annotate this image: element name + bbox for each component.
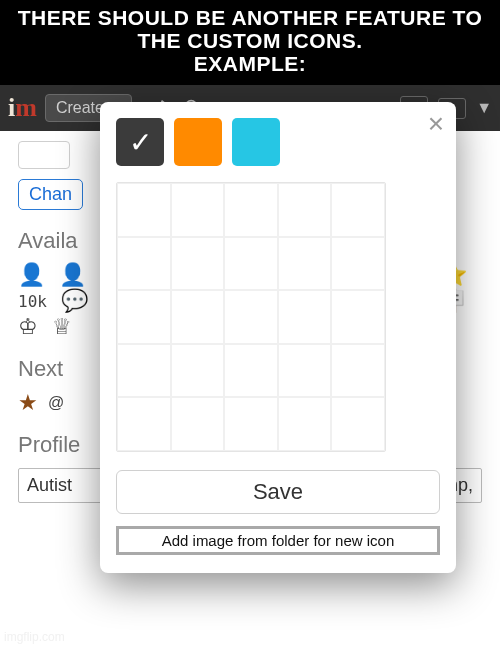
swatch-blue[interactable] bbox=[232, 118, 280, 166]
check-icon: ✓ bbox=[129, 126, 152, 159]
at-label: @ bbox=[48, 394, 64, 412]
next-star-icon[interactable]: ★ bbox=[18, 392, 38, 414]
tenk-badge[interactable]: 10k bbox=[18, 292, 47, 311]
person-bold-icon[interactable]: 👤 bbox=[59, 264, 86, 286]
person-gray-icon[interactable]: 👤 bbox=[18, 264, 45, 286]
account-menu-caret[interactable]: ▼ bbox=[476, 99, 492, 117]
swatch-selected[interactable]: ✓ bbox=[116, 118, 164, 166]
close-icon[interactable]: × bbox=[428, 110, 444, 138]
watermark: imgflip.com bbox=[4, 630, 65, 644]
cropped-textfield[interactable] bbox=[18, 141, 70, 169]
create-label: Create bbox=[56, 99, 104, 117]
change-button[interactable]: Chan bbox=[18, 179, 83, 210]
add-image-button[interactable]: Add image from folder for new icon bbox=[116, 526, 440, 555]
lol-bubble-icon[interactable]: 💬 bbox=[61, 290, 88, 312]
color-swatches: ✓ bbox=[116, 118, 440, 166]
swatch-orange[interactable] bbox=[174, 118, 222, 166]
crown-icon-2[interactable]: ♕ bbox=[52, 316, 72, 338]
crown-icon-1[interactable]: ♔ bbox=[18, 316, 38, 338]
bio-text-left: Autist bbox=[27, 475, 72, 496]
meme-caption: THERE SHOULD BE ANOTHER FEATURE TO THE C… bbox=[0, 0, 500, 85]
pixel-grid[interactable] bbox=[116, 182, 386, 452]
save-button[interactable]: Save bbox=[116, 470, 440, 514]
caption-line-1: THERE SHOULD BE ANOTHER FEATURE TO THE C… bbox=[8, 6, 492, 52]
brand-logo[interactable]: i m bbox=[8, 93, 37, 123]
brand-letter-i: i bbox=[8, 93, 15, 123]
brand-letter-m: m bbox=[15, 93, 37, 123]
caption-line-2: EXAMPLE: bbox=[8, 52, 492, 75]
icon-editor-modal: × ✓ Save Add image from folder for new i… bbox=[100, 102, 456, 573]
